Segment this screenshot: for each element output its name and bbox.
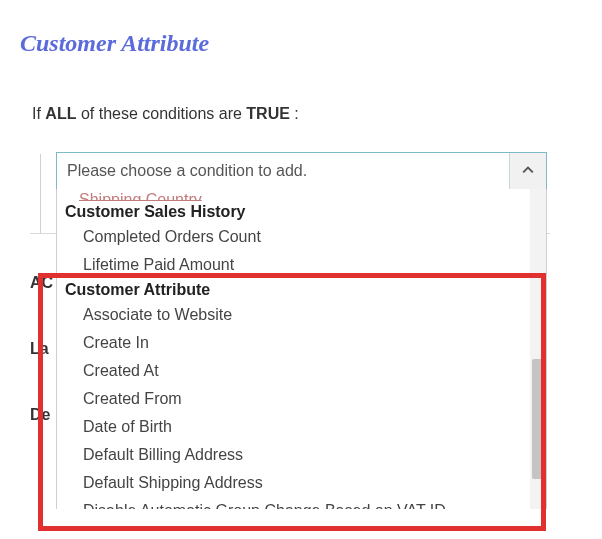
rule-aggregator[interactable]: ALL — [45, 105, 76, 122]
condition-select-value: Please choose a condition to add. — [57, 153, 509, 189]
condition-select[interactable]: Please choose a condition to add. — [56, 152, 547, 190]
section-title: Customer Attribute — [20, 30, 602, 57]
obscured-labels: AC La De — [30, 275, 53, 473]
dropdown-item-associate-website[interactable]: Associate to Website — [57, 301, 530, 329]
rule-value[interactable]: TRUE — [246, 105, 290, 122]
dropdown-item-created-from[interactable]: Created From — [57, 385, 530, 413]
rule-text-mid: of these conditions are — [76, 105, 246, 122]
dropdown-item-created-at[interactable]: Created At — [57, 357, 530, 385]
dropdown-scrollbar-thumb[interactable] — [532, 359, 544, 479]
rule-text-suffix: : — [290, 105, 299, 122]
rule-text-if: If — [32, 105, 45, 122]
rule-condition-line: If ALL of these conditions are TRUE : — [32, 105, 602, 123]
dropdown-group-customer-attribute: Customer Attribute — [57, 279, 530, 301]
dropdown-scrollbar[interactable] — [530, 189, 546, 509]
obscured-label: AC — [30, 275, 53, 291]
dropdown-item-default-shipping[interactable]: Default Shipping Address — [57, 469, 530, 497]
tree-connector — [40, 154, 41, 234]
dropdown-item-disable-auto-group[interactable]: Disable Automatic Group Change Based on … — [57, 497, 530, 509]
dropdown-item-lifetime-paid[interactable]: Lifetime Paid Amount — [57, 251, 530, 279]
dropdown-item-dob[interactable]: Date of Birth — [57, 413, 530, 441]
obscured-label: De — [30, 407, 53, 423]
dropdown-item-completed-orders[interactable]: Completed Orders Count — [57, 223, 530, 251]
condition-dropdown-list: Shipping Country Customer Sales History … — [57, 189, 530, 509]
condition-dropdown: Shipping Country Customer Sales History … — [56, 189, 547, 509]
condition-select-toggle[interactable] — [509, 153, 546, 189]
obscured-label: La — [30, 341, 53, 357]
dropdown-item-partial[interactable]: Shipping Country — [57, 191, 530, 201]
dropdown-item-default-billing[interactable]: Default Billing Address — [57, 441, 530, 469]
dropdown-item-create-in[interactable]: Create In — [57, 329, 530, 357]
chevron-up-icon — [522, 162, 534, 180]
dropdown-group-sales-history: Customer Sales History — [57, 201, 530, 223]
